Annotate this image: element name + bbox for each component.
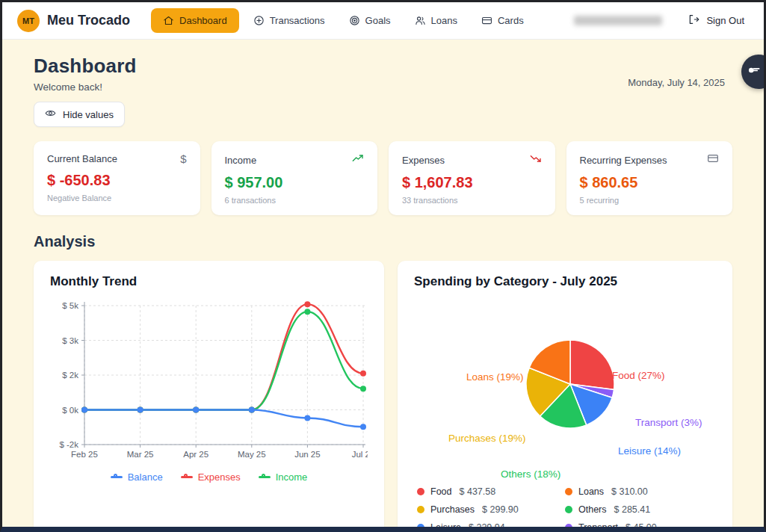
eye-icon <box>45 108 56 121</box>
nav-item-cards[interactable]: Cards <box>472 9 534 32</box>
floating-key-button[interactable] <box>741 55 764 89</box>
legend-marker <box>181 476 193 478</box>
svg-text:Jul 25: Jul 25 <box>352 450 368 459</box>
charts-row: Monthly Trend $ 5k$ 3k$ 2k$ 0k$ -2kFeb 2… <box>34 261 732 527</box>
line-chart-canvas: $ 5k$ 3k$ 2k$ 0k$ -2kFeb 25Mar 25Apr 25M… <box>50 295 368 466</box>
legend-marker <box>259 476 271 478</box>
legend-label: Balance <box>128 471 163 483</box>
monthly-trend-chart: $ 5k$ 3k$ 2k$ 0k$ -2kFeb 25Mar 25Apr 25M… <box>50 295 368 468</box>
brand: MT Meu Trocado <box>17 10 130 32</box>
hide-values-button[interactable]: Hide values <box>34 102 125 127</box>
card-value: $ 1,607.83 <box>402 174 542 191</box>
summary-cards-row: Current Balance $ $ -650.83 Negative Bal… <box>34 141 732 215</box>
pie-legend-food: Food $ 437.58 <box>417 486 565 497</box>
pie-chart: Loans (19%) Food (27%) Transport (3%) Le… <box>414 292 716 480</box>
line-chart-legend: Balance Expenses Income <box>50 471 368 483</box>
legend-label: Income <box>276 471 308 483</box>
pie-chart-canvas <box>525 338 616 430</box>
monthly-trend-card: Monthly Trend $ 5k$ 3k$ 2k$ 0k$ -2kFeb 2… <box>34 261 384 527</box>
svg-text:$ 2k: $ 2k <box>62 371 78 380</box>
pie-label-purchases: Purchases (19%) <box>448 433 526 444</box>
svg-text:Jun 25: Jun 25 <box>294 450 321 459</box>
trending-down-icon <box>530 152 542 167</box>
svg-text:$ 3k: $ 3k <box>62 336 78 345</box>
user-email-redacted <box>574 16 662 25</box>
nav-label: Transactions <box>270 15 325 26</box>
legend-item-balance[interactable]: Balance <box>111 471 163 483</box>
nav-item-transactions[interactable]: Transactions <box>244 9 335 32</box>
current-date: Monday, July 14, 2025 <box>628 77 725 88</box>
svg-text:Apr 25: Apr 25 <box>183 450 209 459</box>
legend-dot <box>565 488 572 495</box>
card-label: Expenses <box>402 155 445 166</box>
app-window: MT Meu Trocado Dashboard Transactions Go… <box>0 0 766 532</box>
users-icon <box>415 15 426 26</box>
credit-card-icon <box>707 152 719 167</box>
pie-label-others: Others (18%) <box>501 468 560 480</box>
main-content: Dashboard Welcome back! Hide values Mond… <box>2 40 764 527</box>
nav-label: Goals <box>365 15 391 26</box>
card-subtext: 6 transactions <box>225 196 365 205</box>
trending-up-icon <box>352 152 364 167</box>
plus-circle-icon <box>253 15 265 26</box>
nav-label: Dashboard <box>179 15 227 26</box>
nav-item-loans[interactable]: Loans <box>405 9 467 32</box>
sign-out-label: Sign Out <box>706 15 744 26</box>
pie-chart-legend: Food $ 437.58 Loans $ 310.00 Purchases $… <box>414 486 716 527</box>
sign-out-button[interactable]: Sign Out <box>688 13 744 28</box>
spending-category-title: Spending by Category - July 2025 <box>414 274 716 289</box>
legend-dot <box>565 506 572 513</box>
svg-text:Feb 25: Feb 25 <box>71 450 98 459</box>
nav-item-goals[interactable]: Goals <box>339 9 401 32</box>
nav-item-dashboard[interactable]: Dashboard <box>151 8 239 33</box>
card-value: $ 860.65 <box>580 174 720 191</box>
analysis-section-title: Analysis <box>34 233 732 250</box>
card-current-balance: Current Balance $ $ -650.83 Negative Bal… <box>34 141 200 215</box>
card-label: Current Balance <box>47 153 117 164</box>
pie-legend-loans: Loans $ 310.00 <box>565 486 713 497</box>
page-title: Dashboard <box>34 55 137 78</box>
legend-dot <box>417 488 424 495</box>
card-recurring-expenses: Recurring Expenses $ 860.65 5 recurring <box>566 141 733 215</box>
dollar-icon: $ <box>180 152 186 165</box>
legend-dot <box>417 524 424 527</box>
card-label: Income <box>225 155 257 166</box>
brand-logo: MT <box>17 10 40 32</box>
legend-label: Expenses <box>198 471 241 483</box>
home-icon <box>163 15 174 26</box>
card-subtext: 5 recurring <box>580 196 720 205</box>
credit-card-icon <box>481 15 492 26</box>
card-label: Recurring Expenses <box>580 155 667 166</box>
pie-label-leisure: Leisure (14%) <box>618 445 681 457</box>
logout-icon <box>688 13 699 28</box>
svg-text:$ -2k: $ -2k <box>59 440 78 449</box>
page-header: Dashboard Welcome back! Hide values Mond… <box>34 55 732 127</box>
svg-text:May 25: May 25 <box>238 450 266 459</box>
svg-text:$ 0k: $ 0k <box>62 406 78 415</box>
pie-slice-food <box>570 340 614 389</box>
spending-category-card: Spending by Category - July 2025 Loans (… <box>398 261 732 527</box>
monthly-trend-title: Monthly Trend <box>50 274 368 289</box>
legend-item-income[interactable]: Income <box>259 471 308 483</box>
legend-item-expenses[interactable]: Expenses <box>181 471 241 483</box>
pie-label-loans: Loans (19%) <box>466 371 524 383</box>
pie-legend-transport: Transport $ 45.00 <box>565 522 713 527</box>
pie-label-food: Food (27%) <box>612 370 665 381</box>
key-icon <box>747 63 762 81</box>
legend-dot <box>565 524 572 527</box>
hide-values-label: Hide values <box>63 109 114 120</box>
card-income: Income $ 957.00 6 transactions <box>211 141 378 215</box>
brand-name: Meu Trocado <box>47 13 130 28</box>
pie-legend-leisure: Leisure $ 229.94 <box>417 522 565 527</box>
pie-label-transport: Transport (3%) <box>635 417 702 428</box>
card-value: $ 957.00 <box>225 174 365 191</box>
card-expenses: Expenses $ 1,607.83 33 transactions <box>389 141 555 215</box>
target-icon <box>349 15 360 26</box>
legend-marker <box>111 476 123 478</box>
pie-legend-others: Others $ 285.41 <box>565 504 713 515</box>
welcome-text: Welcome back! <box>34 81 137 93</box>
card-subtext: 33 transactions <box>402 196 542 205</box>
top-navbar: MT Meu Trocado Dashboard Transactions Go… <box>2 2 764 40</box>
pie-legend-purchases: Purchases $ 299.90 <box>417 504 565 515</box>
nav-label: Cards <box>498 15 524 26</box>
